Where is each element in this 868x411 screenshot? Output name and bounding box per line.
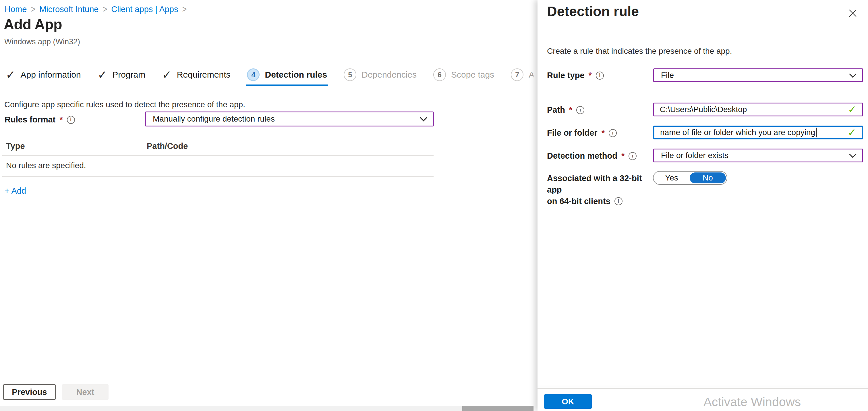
input-value: name of file or folder which you are cop… [660,128,815,137]
add-rule-link[interactable]: + Add [5,186,26,196]
required-asterisk [589,71,592,80]
check-icon [98,68,107,81]
tab-assignments[interactable]: 7 Assignments [510,68,533,86]
dropdown-value: File or folder exists [661,151,850,160]
rule-type-dropdown[interactable]: File [653,68,863,82]
ok-button[interactable]: OK [544,394,592,409]
page-description: Configure app specific rules used to det… [4,100,245,109]
dropdown-value: File [661,71,850,80]
info-icon[interactable] [67,116,75,124]
check-icon [6,68,16,81]
tab-dependencies[interactable]: 5 Dependencies [343,68,418,86]
label-text: File or folder [547,128,597,138]
path-label: Path [547,105,584,115]
breadcrumb-link-home[interactable]: Home [5,5,27,14]
label-text: Associated with a 32-bit app [547,174,642,194]
breadcrumb-separator: > [102,4,107,15]
valid-check-icon [848,104,857,116]
close-icon [848,8,858,18]
close-button[interactable] [846,7,859,20]
label-text: Path [547,105,565,115]
panel-title: Detection rule [547,3,639,19]
tab-requirements[interactable]: Requirements [161,68,231,86]
file-or-folder-label: File or folder [547,128,617,138]
tab-label: Program [112,68,145,81]
next-button[interactable]: Next [62,384,108,400]
horizontal-scrollbar-thumb[interactable] [462,406,533,411]
info-icon[interactable] [609,129,617,137]
tab-label: Detection rules [265,68,327,81]
table-header-type: Type [6,141,25,151]
toggle-option-yes[interactable]: Yes [653,172,690,184]
breadcrumb-link-intune[interactable]: Microsoft Intune [39,5,98,14]
panel-description: Create a rule that indicates the presenc… [547,47,732,56]
detection-method-label: Detection method [547,151,637,161]
page-title: Add App [4,16,62,33]
info-icon[interactable] [596,71,604,80]
activate-windows-watermark: Activate Windows [704,395,801,409]
detection-method-dropdown[interactable]: File or folder exists [653,149,863,163]
chevron-down-icon [420,114,427,121]
rules-format-label: Rules format [5,115,75,124]
path-input[interactable]: C:\Users\Public\Desktop [653,102,863,116]
required-asterisk [601,128,605,138]
table-divider [2,155,434,156]
tab-detection-rules[interactable]: 4 Detection rules [246,68,328,86]
label-text: Detection method [547,151,617,161]
required-asterisk [621,151,624,161]
info-icon[interactable] [628,152,637,160]
valid-check-icon [847,126,856,139]
breadcrumb-separator: > [182,4,187,15]
tab-scope-tags[interactable]: 6 Scope tags [432,68,495,86]
chevron-down-icon [849,70,856,78]
assoc-32bit-label: Associated with a 32-bit app on 64-bit c… [547,172,652,207]
required-asterisk [569,105,572,115]
tab-label: Dependencies [362,68,416,81]
tab-label: Requirements [177,68,230,81]
tab-label: Assignments [529,68,533,81]
input-value: C:\Users\Public\Desktop [660,105,747,114]
panel-footer-divider [537,388,868,389]
info-icon[interactable] [615,197,622,205]
detection-rule-panel: Detection rule Create a rule that indica… [537,0,868,411]
required-asterisk [59,115,63,124]
tab-label: App information [21,68,81,81]
step-number-badge: 5 [344,68,356,81]
breadcrumb-link-client-apps[interactable]: Client apps | Apps [111,5,178,14]
toggle-option-no[interactable]: No [690,172,726,183]
table-divider [2,176,434,177]
dropdown-value: Manually configure detection rules [153,114,421,124]
breadcrumb-separator: > [31,4,35,15]
check-icon [162,68,172,81]
wizard-steps: App information Program Requirements 4 D… [5,68,533,86]
assoc-32bit-toggle[interactable]: Yes No [653,171,727,185]
previous-button[interactable]: Previous [3,384,56,400]
tab-app-information[interactable]: App information [5,68,82,86]
label-text: Rule type [547,71,585,80]
file-or-folder-input[interactable]: name of file or folder which you are cop… [653,126,863,139]
step-number-badge: 4 [247,68,259,81]
tab-program[interactable]: Program [96,68,147,86]
chevron-down-icon [849,151,856,158]
step-number-badge: 7 [511,68,523,81]
add-app-page: Home > Microsoft Intune > Client apps | … [0,0,868,411]
label-text: Rules format [5,115,55,124]
info-icon[interactable] [576,106,584,114]
horizontal-scrollbar-track[interactable] [0,406,534,411]
text-cursor [816,127,816,137]
breadcrumb: Home > Microsoft Intune > Client apps | … [5,5,187,14]
tab-label: Scope tags [451,68,494,81]
table-header-path-code: Path/Code [147,141,188,151]
step-number-badge: 6 [433,68,446,81]
page-subtitle: Windows app (Win32) [4,37,80,46]
rules-format-dropdown[interactable]: Manually configure detection rules [145,112,434,126]
label-text: on 64-bit clients [547,196,611,207]
rule-type-label: Rule type [547,71,604,80]
table-empty-message: No rules are specified. [6,161,86,170]
